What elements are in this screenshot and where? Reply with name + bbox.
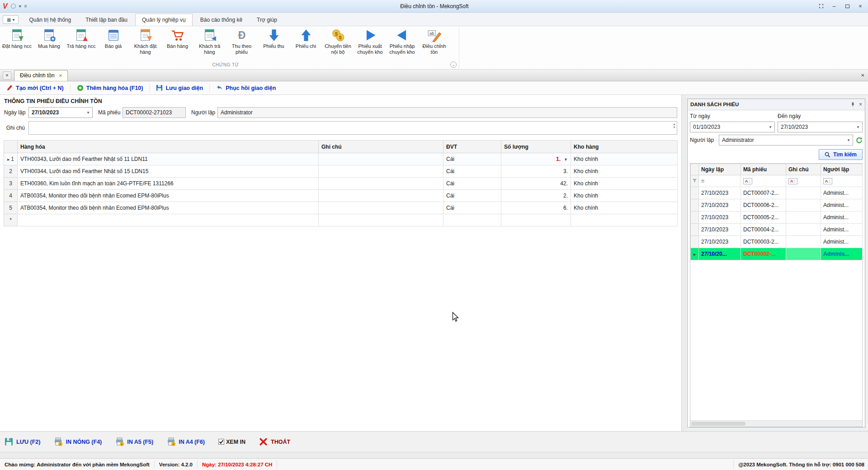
ribbon-button-thu-theo-phieu[interactable]: Đ Thu theo phiếu (226, 27, 258, 61)
preview-checkbox[interactable]: XEM IN (218, 439, 245, 445)
item-row[interactable]: 4 ATB00354, Monitor theo dõi bệnh nhân E… (4, 190, 678, 202)
voucher-cell-code[interactable]: DCT00005-2... (741, 212, 786, 224)
cell-note[interactable] (319, 153, 443, 165)
voucher-row[interactable]: 27/10/2023 DCT00004-2... Administ... (691, 224, 863, 236)
ribbon-button-phieu-chi[interactable]: Phiếu chi (290, 27, 322, 61)
quick-access-icon[interactable] (11, 4, 16, 9)
app-menu-button[interactable]: ▦▾ (3, 15, 19, 24)
ribbon-button-tra-hang-ncc[interactable]: Trả hàng ncc (65, 27, 97, 61)
col-header-product[interactable]: Hàng hóa (18, 141, 319, 153)
cell-note[interactable] (319, 178, 443, 190)
cell-product[interactable]: ATB00354, Monitor theo dõi bệnh nhân Eco… (18, 202, 319, 214)
pin-icon[interactable] (850, 102, 855, 107)
voucher-row[interactable]: 27/10/2023 DCT00005-2... Administ... (691, 212, 863, 224)
voucher-col-creator[interactable]: Người lập (821, 164, 863, 175)
voucher-cell-date[interactable]: 27/10/2023 (699, 199, 741, 212)
chevron-down-icon[interactable]: ▾ (767, 125, 774, 129)
chevron-down-icon[interactable]: ▾ (85, 110, 91, 115)
new-voucher-button[interactable]: Tạo mới (Ctrl + N) (2, 83, 68, 93)
voucher-cell-note[interactable] (786, 236, 821, 248)
cell-unit[interactable]: Cái (443, 178, 501, 190)
voucher-cell-creator[interactable]: Administ... (821, 224, 863, 236)
to-date-picker[interactable]: 27/10/2023▾ (778, 122, 863, 132)
creator-field[interactable]: Administrator (217, 107, 677, 118)
voucher-cell-creator[interactable]: Administ... (821, 199, 863, 212)
cell-note[interactable] (319, 190, 443, 202)
voucher-cell-creator[interactable]: Administ... (821, 212, 863, 224)
cell-product[interactable]: VTH00343, Lưỡi dao mổ Fearther Nhật số 1… (18, 153, 319, 165)
print-a5-button[interactable]: IN A5 (F5) (115, 437, 153, 446)
note-field[interactable]: ▲▼ (28, 121, 677, 135)
cell-unit[interactable]: Cái (443, 202, 501, 214)
panel-creator-select[interactable]: Administrator▾ (719, 135, 853, 146)
voucher-cell-note[interactable] (786, 248, 821, 260)
panel-close-icon[interactable]: × (859, 101, 862, 108)
tab-tro-giup[interactable]: Trợ giúp (250, 14, 284, 26)
cell-unit[interactable]: Cái (443, 153, 501, 165)
voucher-cell-note[interactable] (786, 212, 821, 224)
cell-note[interactable] (319, 202, 443, 214)
tabbar-close-icon[interactable]: × (861, 72, 866, 79)
item-row[interactable]: 1 VTH00343, Lưỡi dao mổ Fearther Nhật số… (4, 153, 678, 165)
voucher-cell-code[interactable]: DCT00004-2... (741, 224, 786, 236)
voucher-cell-note[interactable] (786, 224, 821, 236)
print-a4-button[interactable]: IN A4 (F6) (167, 437, 205, 446)
col-header-warehouse[interactable]: Kho hàng (571, 141, 678, 153)
cell-warehouse[interactable]: Kho chính (571, 153, 678, 165)
item-row[interactable]: 3 ETH00360, Kim luồn tĩnh mạch an toàn 2… (4, 178, 678, 190)
ribbon-button-khach-dat-hang[interactable]: Khách đặt hàng (129, 27, 161, 61)
save-button[interactable]: LƯU (F2) (5, 437, 40, 446)
fullscreen-button[interactable] (815, 2, 827, 10)
cell-product[interactable]: ATB00354, Monitor theo dõi bệnh nhân Eco… (18, 190, 319, 202)
voucher-cell-note[interactable] (786, 187, 821, 199)
ribbon-button-phieu-nhap-chuyen-kho[interactable]: Phiếu nhập chuyển kho (386, 27, 418, 61)
item-row[interactable]: 2 VTH00344, Lưỡi dao mổ Fearther Nhật số… (4, 165, 678, 178)
quick-access-dropdown-icon[interactable]: ▾ (19, 4, 21, 9)
document-tab-dieu-chinh-ton[interactable]: Điều chỉnh tồn × (14, 70, 68, 81)
cell-quantity[interactable]: 42.▼ (501, 178, 571, 190)
cell-warehouse[interactable]: Kho chính (571, 178, 678, 190)
col-header-unit[interactable]: ĐVT (443, 141, 501, 153)
voucher-cell-date[interactable]: 27/10/2023 (699, 187, 741, 199)
ribbon-button-chuyen-tien-noi-bo[interactable]: $$ Chuyển tiền nội bộ (322, 27, 354, 61)
voucher-cell-date[interactable]: 27/10/20... (699, 248, 741, 260)
voucher-cell-code[interactable]: DCT00007-2... (741, 187, 786, 199)
voucher-cell-date[interactable]: 27/10/2023 (699, 236, 741, 248)
ribbon-button-bao-gia[interactable]: Báo giá (97, 27, 129, 61)
cell-quantity[interactable]: 2.▼ (501, 190, 571, 202)
cell-warehouse[interactable]: Kho chính (571, 202, 678, 214)
cell-note[interactable] (319, 165, 443, 178)
voucher-cell-creator[interactable]: Administ... (821, 187, 863, 199)
ribbon-button-khach-tra-hang[interactable]: Khách trả hàng (193, 27, 226, 61)
voucher-row[interactable]: 27/10/2023 DCT00003-2... Administ... (691, 236, 863, 248)
add-item-button[interactable]: Thêm hàng hóa (F10) (72, 83, 148, 93)
print-hot-button[interactable]: IN NÓNG (F4) (54, 437, 102, 446)
voucher-cell-code[interactable]: DCT00006-2... (741, 199, 786, 212)
col-header-note[interactable]: Ghi chú (319, 141, 443, 153)
minimize-button[interactable]: – (828, 2, 840, 10)
ribbon-button-ban-hang[interactable]: Bán hàng (161, 27, 193, 61)
tab-quan-tri-he-thong[interactable]: Quản trị hệ thống (22, 14, 78, 26)
cell-product[interactable]: ETH00360, Kim luồn tĩnh mạch an toàn 24G… (18, 178, 319, 190)
tab-quan-ly-nghiep-vu[interactable]: Quản lý nghiệp vụ (135, 14, 193, 26)
voucher-col-code[interactable]: Mã phiếu (741, 164, 786, 175)
scrollbar-thumb[interactable] (691, 422, 745, 426)
voucher-cell-date[interactable]: 27/10/2023 (699, 212, 741, 224)
voucher-cell-code[interactable]: DCT00003-2... (741, 236, 786, 248)
cell-unit[interactable]: Cái (443, 190, 501, 202)
voucher-cell-creator[interactable]: Adminis... (821, 248, 863, 260)
close-button[interactable]: × (854, 2, 866, 10)
ribbon-button-mua-hang[interactable]: Mua hàng (33, 27, 65, 61)
close-tab-button[interactable]: × (3, 71, 11, 80)
voucher-cell-code[interactable]: DCT00002-... (741, 248, 786, 260)
tab-close-icon[interactable]: × (59, 73, 62, 78)
ribbon-button-dieu-chinh-ton[interactable]: ab Điều chỉnh tồn (418, 27, 450, 61)
code-field[interactable]: DCT00002-271023 (123, 107, 186, 118)
new-item-row[interactable]: * (4, 214, 678, 226)
voucher-row[interactable]: 27/10/20... DCT00002-... Adminis... (691, 248, 863, 260)
restore-layout-button[interactable]: Phục hồi giao diện (212, 83, 280, 93)
ribbon-button-phieu-xuat-chuyen-kho[interactable]: Phiếu xuất chuyển kho (354, 27, 386, 61)
cell-unit[interactable]: Cái (443, 165, 501, 178)
refresh-icon[interactable] (856, 137, 863, 144)
pane-splitter[interactable] (682, 95, 686, 431)
